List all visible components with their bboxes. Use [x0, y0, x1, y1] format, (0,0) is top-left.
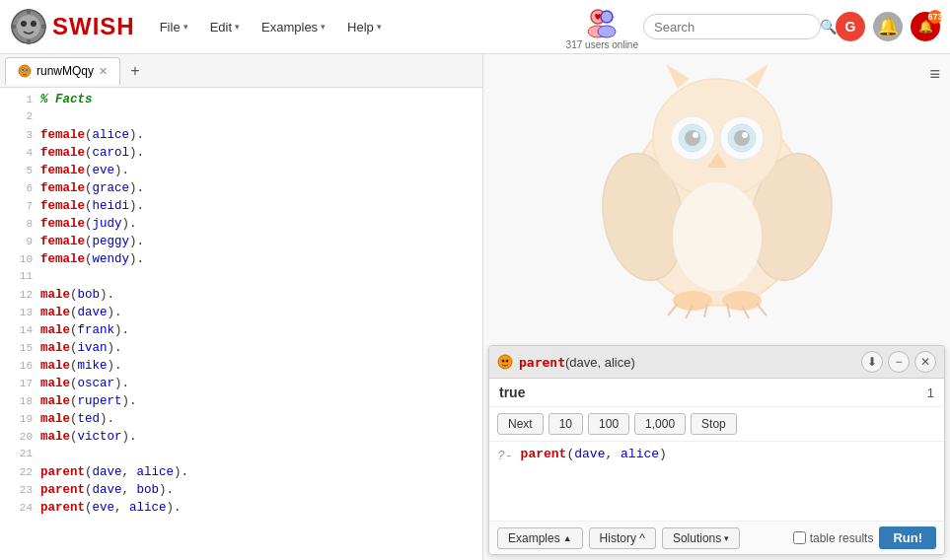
stop-button[interactable]: Stop: [691, 413, 737, 435]
line-content: male(bob).: [40, 288, 114, 302]
line-number: 14: [5, 324, 33, 336]
line-number: 7: [5, 200, 33, 212]
nav-file[interactable]: File ▾: [150, 14, 198, 40]
user-avatar-icon[interactable]: 🔔 673: [911, 12, 940, 41]
svg-point-30: [742, 132, 748, 138]
tab-add-button[interactable]: +: [123, 59, 147, 83]
query-panel: parent(dave, alice) ⬇ − ✕ true 1 Next 10…: [488, 345, 945, 555]
query-minimize-btn[interactable]: −: [888, 351, 910, 373]
svg-point-15: [22, 69, 24, 71]
search-button[interactable]: 🔍: [820, 19, 837, 35]
notifications-icon[interactable]: 🔔: [873, 12, 903, 41]
svg-point-11: [598, 26, 616, 37]
hundred-button[interactable]: 100: [588, 413, 629, 435]
line-content: male(dave).: [40, 306, 122, 319]
editor-tab[interactable]: runwMQqy ✕: [5, 57, 120, 85]
ten-button[interactable]: 10: [548, 413, 583, 435]
svg-point-1: [17, 15, 40, 38]
hamburger-menu[interactable]: ≡: [924, 59, 945, 90]
line-number: 17: [5, 378, 33, 389]
code-line: 16male(mike).: [0, 359, 482, 377]
code-line: 13male(dave).: [0, 306, 482, 323]
code-line: 15male(ivan).: [0, 341, 482, 359]
line-number: 16: [5, 360, 33, 372]
solutions-caret-icon: ▾: [724, 533, 729, 543]
line-number: 10: [5, 253, 33, 265]
line-content: female(wendy).: [40, 252, 144, 266]
search-input[interactable]: [654, 20, 820, 35]
line-content: male(ted).: [40, 412, 114, 426]
search-area: 317 users online 🔍 G 🔔 🔔 673: [566, 4, 940, 50]
code-line: 3female(alice).: [0, 128, 482, 146]
line-content: parent(dave, bob).: [40, 483, 174, 497]
line-content: female(alice).: [40, 128, 144, 142]
query-input-text[interactable]: parent(dave, alice): [521, 447, 667, 461]
line-content: male(oscar).: [40, 377, 129, 390]
svg-point-16: [26, 69, 28, 71]
tab-close-icon[interactable]: ✕: [99, 65, 108, 78]
examples-dropdown-btn[interactable]: Examples ▲: [497, 527, 583, 549]
nav-menu: File ▾ Edit ▾ Examples ▾ Help ▾: [150, 14, 392, 40]
code-editor[interactable]: 1% Facts23female(alice).4female(carol).5…: [0, 88, 482, 560]
next-button[interactable]: Next: [497, 413, 544, 435]
line-content: parent(dave, alice).: [40, 465, 188, 479]
brand: SWISH: [10, 8, 135, 45]
line-number: 24: [5, 502, 33, 514]
code-line: 4female(carol).: [0, 146, 482, 164]
table-results-label: table results: [810, 531, 874, 545]
search-box: 🔍: [643, 14, 821, 39]
line-number: 5: [5, 165, 33, 176]
run-button[interactable]: Run!: [879, 526, 936, 549]
code-line: 20male(victor).: [0, 430, 482, 448]
line-content: male(mike).: [40, 359, 122, 373]
nav-edit[interactable]: Edit ▾: [200, 14, 250, 40]
brand-name: SWISH: [52, 13, 135, 40]
code-line: 22parent(dave, alice).: [0, 465, 482, 483]
code-line: 2: [0, 110, 482, 128]
result-value: true: [499, 385, 525, 400]
line-content: female(eve).: [40, 164, 129, 177]
history-dropdown-btn[interactable]: History ^: [589, 527, 656, 549]
svg-point-2: [21, 21, 27, 27]
help-caret: ▾: [377, 22, 382, 32]
solutions-dropdown-btn[interactable]: Solutions ▾: [662, 527, 740, 549]
code-line: 21: [0, 448, 482, 465]
code-line: 17male(oscar).: [0, 377, 482, 394]
line-content: female(carol).: [40, 146, 144, 160]
line-content: male(frank).: [40, 323, 129, 337]
query-download-btn[interactable]: ⬇: [861, 351, 883, 373]
line-number: 9: [5, 236, 33, 247]
nav-examples[interactable]: Examples ▾: [252, 14, 335, 40]
code-line: 11: [0, 270, 482, 288]
thousand-button[interactable]: 1,000: [634, 413, 686, 435]
line-content: male(victor).: [40, 430, 137, 444]
table-results-checkbox[interactable]: [793, 531, 806, 544]
code-line: 19male(ted).: [0, 412, 482, 430]
code-line: 10female(wendy).: [0, 252, 482, 270]
nav-help[interactable]: Help ▾: [337, 14, 392, 40]
svg-marker-21: [666, 64, 690, 89]
result-number: 1: [927, 385, 934, 400]
svg-point-29: [693, 132, 698, 138]
line-number: 11: [5, 270, 33, 282]
line-content: female(heidi).: [40, 199, 144, 213]
users-online: 317 users online: [566, 4, 638, 50]
line-number: 3: [5, 129, 33, 141]
code-line: 1% Facts: [0, 93, 482, 110]
code-line: 6female(grace).: [0, 181, 482, 199]
line-number: 23: [5, 484, 33, 496]
code-line: 8female(judy).: [0, 217, 482, 235]
query-header: parent(dave, alice) ⬇ − ✕: [489, 346, 944, 379]
svg-rect-6: [11, 25, 16, 29]
query-close-btn[interactable]: ✕: [914, 351, 936, 373]
editor-panel: runwMQqy ✕ + 1% Facts23female(alice).4fe…: [0, 54, 483, 560]
google-icon[interactable]: G: [836, 12, 865, 41]
line-number: 21: [5, 448, 33, 459]
query-input-area: ?- parent(dave, alice): [489, 442, 944, 521]
line-number: 22: [5, 466, 33, 478]
line-content: female(judy).: [40, 217, 137, 231]
code-line: 23parent(dave, bob).: [0, 483, 482, 501]
svg-rect-4: [27, 9, 31, 14]
navbar-right: G 🔔 🔔 673: [836, 12, 940, 41]
svg-point-43: [506, 360, 509, 363]
